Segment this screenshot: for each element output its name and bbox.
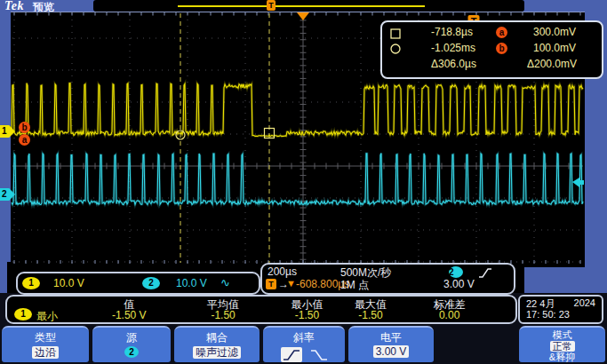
- menu-mode-value: 正常: [550, 341, 575, 352]
- menu-level-button[interactable]: 电平 3.00 V: [348, 326, 434, 362]
- menu-slope-label: 斜率: [263, 330, 345, 345]
- meas-ch-badge: 1: [14, 308, 32, 320]
- meas-max: -1.50: [358, 309, 382, 321]
- trigger-level-readout: 3.00 V: [443, 278, 475, 290]
- delay-marker: ▼: [286, 278, 296, 289]
- ch1-scale: 10.0 V: [53, 277, 84, 289]
- record-overview-waveline: [178, 5, 425, 7]
- record-length-readout: 1M 点: [340, 278, 369, 293]
- meas-name: 最小: [36, 309, 58, 324]
- menu-source-button[interactable]: 源 2: [92, 326, 171, 362]
- menu-level-label: 电平: [348, 330, 434, 345]
- meas-value: -1.50 V: [112, 309, 147, 321]
- cursor-b-value: 100.0mV: [533, 42, 576, 54]
- oscilloscope-screen: T Tek 预览 T 1 2 b a -718.8µs -1.025ms Δ30…: [0, 0, 607, 364]
- menu-coupling-label: 耦合: [174, 330, 260, 345]
- menu-coupling-button[interactable]: 耦合 噪声过滤: [174, 326, 260, 362]
- menu-trigger-type-label: 类型: [2, 330, 89, 345]
- cursor-b-badge[interactable]: b: [19, 122, 30, 133]
- menu-source-value: 2: [124, 346, 139, 358]
- cursor-a-badge-readout: a: [496, 27, 507, 38]
- trigger-slope-icon: [478, 267, 492, 279]
- cursor-readout-box: -718.8µs -1.025ms Δ306.0µs a b 300.0mV 1…: [380, 20, 603, 79]
- timebase-readout: 200µs: [268, 265, 297, 278]
- cursor-delta-value: Δ200.0mV: [527, 58, 577, 70]
- cursor-a-badge[interactable]: a: [19, 134, 30, 146]
- datetime-box: 22 4月 2024 17: 50: 23: [518, 295, 603, 324]
- cursor-a-time: -718.8µs: [431, 26, 473, 38]
- slope-rising-icon[interactable]: [281, 347, 302, 362]
- ch2-waveform-glow: [12, 154, 583, 205]
- ch2-badge[interactable]: 2: [142, 277, 160, 289]
- menu-mode-label: 模式: [519, 329, 605, 341]
- slope-falling-icon[interactable]: [310, 349, 328, 361]
- ch2-bandwidth-icon: ∿: [220, 276, 230, 289]
- horizontal-trigger-readout-box: 200µs 500M次/秒 2 T → ▼ -608.800µs 1M 点 3.…: [260, 263, 515, 295]
- time: 17: 50: 23: [526, 309, 595, 320]
- menu-mode-extra: &释抑: [519, 352, 605, 363]
- menu-trigger-type-button[interactable]: 类型 边沿: [2, 326, 89, 362]
- menu-mode-button[interactable]: 模式 正常 &释抑: [519, 326, 605, 362]
- menu-slope-button[interactable]: 斜率: [263, 326, 345, 362]
- menu-coupling-value: 噪声过滤: [193, 346, 241, 359]
- menu-trigger-type-value: 边沿: [32, 346, 59, 359]
- channel-readout-box: 1 10.0 V 2 10.0 V ∿: [16, 272, 260, 295]
- measurement-box: 值 平均值 最小值 最大值 标准差 1 最小 -1.50 V -1.50 -1.…: [5, 295, 517, 324]
- cursor-b-time: -1.025ms: [431, 42, 475, 54]
- meas-mean: -1.50: [211, 309, 235, 321]
- cursor-a-value: 300.0mV: [533, 26, 576, 38]
- meas-min: -1.50: [295, 309, 319, 321]
- ch2-scale: 10.0 V: [176, 277, 207, 289]
- cursor-marker-symbols: [389, 28, 402, 72]
- trigger-source-badge: 2: [449, 266, 463, 278]
- ch1-badge[interactable]: 1: [22, 277, 40, 289]
- menu-level-value: 3.00 V: [373, 345, 410, 358]
- overview-trigger-marker[interactable]: T: [267, 0, 276, 11]
- trigger-position-t-icon: T: [266, 279, 276, 289]
- ch1-waveform-glow: [12, 83, 583, 137]
- cursor-delta-time: Δ306.0µs: [431, 58, 476, 70]
- cursor-b-badge-readout: b: [496, 43, 507, 54]
- meas-stddev: 0.00: [439, 309, 459, 321]
- menu-source-label: 源: [92, 330, 171, 345]
- expansion-point-marker: [297, 12, 309, 20]
